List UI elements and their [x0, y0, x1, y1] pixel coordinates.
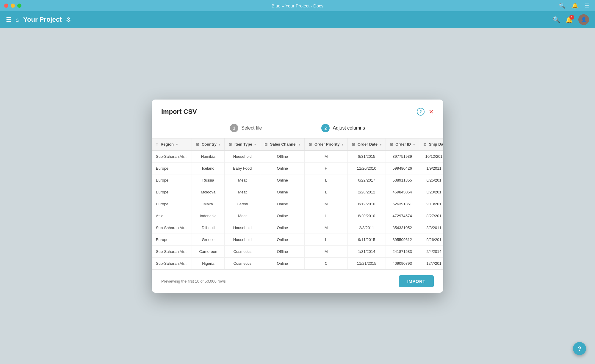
settings-icon[interactable]: ⚙ — [66, 16, 71, 23]
table-cell: Asia — [152, 210, 192, 222]
table-cell: 599480426 — [386, 162, 419, 174]
text-icon: T — [156, 142, 158, 146]
table-cell: 897751939 — [386, 150, 419, 163]
user-avatar[interactable]: 👤 — [578, 14, 589, 25]
col-country[interactable]: ⊠ Country ▾ — [192, 138, 225, 150]
col-sales-channel[interactable]: ⊠ Sales Channel ▾ — [260, 138, 305, 150]
table-cell: Baby Food — [225, 162, 260, 174]
table-cell: Online — [260, 162, 305, 174]
title-bar-icons: 🔍 🔔 ☰ — [559, 3, 589, 9]
table-cell: Online — [260, 198, 305, 210]
grid-icon-sales: ⊠ — [264, 142, 267, 146]
table-cell: M — [305, 198, 348, 210]
notification-count: 1 — [569, 15, 574, 20]
table-cell: L — [305, 186, 348, 198]
modal-close-button[interactable]: ✕ — [429, 108, 434, 115]
table-cell: Online — [260, 222, 305, 234]
table-cell: Household — [225, 234, 260, 245]
step-2-label: Adjust columns — [333, 125, 365, 131]
table-row: EuropeIcelandBaby FoodOnlineH11/20/20105… — [152, 162, 443, 174]
col-order-id[interactable]: ⊠ Order ID ▾ — [386, 138, 419, 150]
table-cell: 2/4/2014 — [419, 245, 443, 257]
table-cell: Online — [260, 210, 305, 222]
table-cell: Cameroon — [192, 245, 225, 257]
table-cell: 472974574 — [386, 210, 419, 222]
grid-icon-ship: ⊠ — [423, 142, 426, 146]
table-cell: 12/7/201 — [419, 257, 443, 269]
table-row: Sub-Saharan Afr...CameroonCosmeticsOffli… — [152, 245, 443, 257]
table-cell: Indonesia — [192, 210, 225, 222]
sort-arrow-item: ▾ — [254, 143, 256, 146]
grid-icon-id: ⊠ — [390, 142, 393, 146]
step-2: 2 Adjust columns — [321, 124, 365, 132]
import-csv-modal: Import CSV ? ✕ 1 Select file 2 Adjust co… — [152, 100, 443, 293]
title-bar: Blue – Your Project · Docs 🔍 🔔 ☰ — [0, 0, 595, 11]
search-app-icon[interactable]: 🔍 — [553, 16, 560, 23]
hamburger-icon[interactable]: ☰ — [6, 16, 11, 23]
table-cell: M — [305, 222, 348, 234]
table-cell: 8/20/2010 — [348, 210, 386, 222]
main-area: Import CSV ? ✕ 1 Select file 2 Adjust co… — [0, 28, 595, 364]
table-cell: Greece — [192, 234, 225, 245]
search-icon[interactable]: 🔍 — [559, 3, 565, 9]
table-cell: 1/31/2014 — [348, 245, 386, 257]
step-1-number: 1 — [230, 124, 238, 132]
col-order-priority[interactable]: ⊠ Order Priority ▾ — [305, 138, 348, 150]
col-item-type[interactable]: ⊠ Item Type ▾ — [225, 138, 260, 150]
col-region[interactable]: T Region ▾ — [152, 138, 192, 150]
modal-help-button[interactable]: ? — [417, 108, 425, 116]
table-cell: 409090793 — [386, 257, 419, 269]
col-ship-date[interactable]: ⊠ Ship Dat — [419, 138, 443, 150]
grid-icon-country: ⊠ — [196, 142, 199, 146]
table-cell: Household — [225, 150, 260, 163]
menu-icon[interactable]: ☰ — [585, 3, 589, 9]
table-cell: 8/31/2015 — [348, 150, 386, 163]
data-table-container: T Region ▾ ⊠ Country ▾ ⊠ Item Type ▾ — [152, 138, 443, 270]
notification-bell[interactable]: 🔔 1 — [566, 16, 573, 23]
table-cell: Sub-Saharan Afr... — [152, 245, 192, 257]
table-cell: 9/26/201 — [419, 234, 443, 245]
sort-arrow-sales: ▾ — [299, 143, 300, 146]
table-cell: Europe — [152, 198, 192, 210]
table-cell: 6/25/201 — [419, 174, 443, 186]
sort-arrow-date: ▾ — [380, 143, 381, 146]
table-row: EuropeRussiaMeatOnlineL6/22/201753891185… — [152, 174, 443, 186]
table-cell: 8/27/201 — [419, 210, 443, 222]
help-fab-button[interactable]: ? — [573, 342, 586, 355]
grid-icon-item: ⊠ — [229, 142, 232, 146]
maximize-button[interactable] — [17, 4, 21, 8]
modal-footer: Previewing the first 10 of 50,000 rows I… — [152, 270, 443, 293]
home-icon[interactable]: ⌂ — [15, 16, 19, 23]
step-1-label: Select file — [241, 125, 262, 131]
table-cell: 1/9/2011 — [419, 162, 443, 174]
col-order-date[interactable]: ⊠ Order Date ▾ — [348, 138, 386, 150]
table-cell: Russia — [192, 174, 225, 186]
table-cell: 9/11/2015 — [348, 234, 386, 245]
table-cell: Cosmetics — [225, 257, 260, 269]
table-cell: Meat — [225, 186, 260, 198]
app-bar: ☰ ⌂ Your Project ⚙ 🔍 🔔 1 👤 — [0, 11, 595, 28]
table-cell: C — [305, 257, 348, 269]
table-cell: Online — [260, 186, 305, 198]
modal-title: Import CSV — [161, 108, 197, 116]
table-cell: Cosmetics — [225, 245, 260, 257]
table-cell: 3/3/2011 — [419, 222, 443, 234]
table-cell: 3/20/201 — [419, 186, 443, 198]
table-cell: 9/13/201 — [419, 198, 443, 210]
traffic-lights — [4, 4, 21, 8]
table-row: Sub-Saharan Afr...NigeriaCosmeticsOnline… — [152, 257, 443, 269]
table-row: Sub-Saharan Afr...DjiboutiHouseholdOnlin… — [152, 222, 443, 234]
import-button[interactable]: IMPORT — [399, 275, 434, 287]
table-cell: Sub-Saharan Afr... — [152, 222, 192, 234]
table-cell: M — [305, 245, 348, 257]
table-row: EuropeGreeceHouseholdOnlineL9/11/2015895… — [152, 234, 443, 245]
app-bar-right: 🔍 🔔 1 👤 — [553, 14, 589, 25]
sort-arrow-country: ▾ — [219, 143, 220, 146]
close-button[interactable] — [4, 4, 8, 8]
sort-arrow-region: ▾ — [176, 143, 178, 146]
bell-icon[interactable]: 🔔 — [572, 3, 578, 9]
grid-icon-priority: ⊠ — [309, 142, 312, 146]
table-cell: 538911855 — [386, 174, 419, 186]
table-cell: 895509612 — [386, 234, 419, 245]
minimize-button[interactable] — [11, 4, 15, 8]
